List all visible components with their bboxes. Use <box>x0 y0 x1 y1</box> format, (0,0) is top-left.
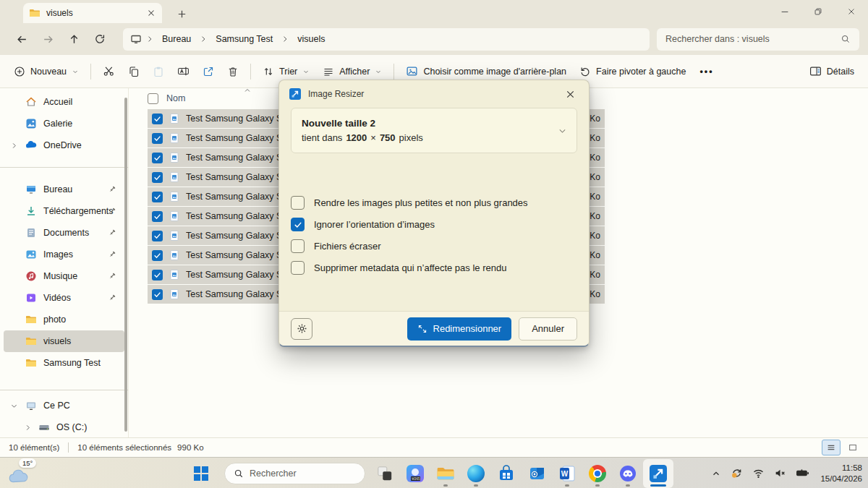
taskbar-discord-icon[interactable] <box>613 459 643 488</box>
chevron-down-icon[interactable] <box>10 402 18 410</box>
taskbar-copilot-icon[interactable]: M365 <box>400 459 430 488</box>
folder-icon <box>29 7 41 19</box>
minimize-button[interactable] <box>768 0 801 23</box>
taskbar-image-resizer-icon[interactable] <box>643 459 673 488</box>
option-row[interactable]: Fichiers écraser <box>291 239 577 254</box>
volume-muted-icon[interactable] <box>773 466 788 481</box>
battery-icon[interactable] <box>794 466 811 481</box>
back-button[interactable] <box>9 27 35 51</box>
details-pane-button[interactable]: Détails <box>803 60 861 82</box>
sidebar-item-label: Samsung Test <box>43 358 101 368</box>
sidebar-item-samsung-test[interactable]: Samsung Test <box>4 352 124 374</box>
restore-button[interactable] <box>801 0 835 23</box>
sidebar-item-videos[interactable]: Vidéos <box>4 287 124 309</box>
sidebar-item-os-c[interactable]: OS (C:) <box>4 416 124 438</box>
cancel-button[interactable]: Annuler <box>519 317 577 341</box>
sidebar-item-bureau[interactable]: Bureau <box>4 179 124 200</box>
row-checkbox-checked[interactable] <box>152 250 163 261</box>
resize-button[interactable]: Redimensionner <box>407 317 512 341</box>
details-view-button[interactable] <box>822 440 841 455</box>
taskbar-store-icon[interactable] <box>491 459 522 488</box>
copy-button[interactable] <box>122 61 146 82</box>
explorer-search-input[interactable]: Rechercher dans : visuels <box>657 28 859 51</box>
row-checkbox-checked[interactable] <box>152 153 163 163</box>
breadcrumb-item-bureau[interactable]: Bureau <box>158 32 195 46</box>
up-button[interactable] <box>61 27 87 51</box>
wifi-icon[interactable] <box>751 466 766 481</box>
forward-button[interactable] <box>35 27 61 51</box>
option-row[interactable]: Supprimer metadata qui n’affecte pas le … <box>291 260 577 275</box>
weather-widget[interactable]: 15° <box>7 460 39 486</box>
sidebar-scrollbar[interactable] <box>124 98 127 432</box>
monitor-icon[interactable] <box>130 33 142 45</box>
row-checkbox-checked[interactable] <box>152 289 163 300</box>
row-checkbox-checked[interactable] <box>152 231 163 241</box>
sidebar-item-ce-pc[interactable]: Ce PC <box>4 395 124 416</box>
cut-button[interactable] <box>96 60 122 82</box>
taskbar-outlook-icon[interactable] <box>522 459 552 488</box>
task-view-button[interactable] <box>370 459 400 488</box>
explorer-tab[interactable]: visuels <box>23 3 162 23</box>
taskbar-clock[interactable]: 11:58 15/04/2026 <box>817 463 862 484</box>
option-row[interactable]: Ignorer l’orientation d’images <box>291 217 577 232</box>
large-icons-view-button[interactable] <box>843 440 862 455</box>
chevron-down-icon[interactable] <box>558 126 567 135</box>
view-button[interactable]: Afficher <box>316 61 388 82</box>
sidebar-item-photo[interactable]: photo <box>4 309 124 330</box>
file-size-unit: Ko <box>590 231 600 241</box>
refresh-button[interactable] <box>87 27 113 51</box>
row-checkbox-checked[interactable] <box>152 114 163 124</box>
column-header-nom[interactable]: Nom <box>166 93 185 103</box>
taskbar-chrome-icon[interactable] <box>582 459 613 488</box>
select-all-checkbox[interactable] <box>148 93 158 104</box>
more-options-button[interactable]: ••• <box>692 61 720 82</box>
start-button[interactable] <box>187 459 216 488</box>
row-checkbox-checked[interactable] <box>152 211 163 222</box>
sidebar-item-onedrive[interactable]: OneDrive <box>4 134 124 156</box>
taskbar-search-input[interactable]: Rechercher <box>224 463 365 484</box>
option-row[interactable]: Rendre les images plus petites et non pl… <box>291 195 577 210</box>
taskbar-word-icon[interactable]: W <box>552 459 582 488</box>
image-resizer-dialog: Image Resizer Nouvelle taille 2 tient da… <box>278 80 590 347</box>
sidebar-item-images[interactable]: Images <box>4 244 124 265</box>
option-checkbox[interactable] <box>291 196 305 210</box>
cancel-button-label: Annuler <box>532 323 564 334</box>
row-checkbox-checked[interactable] <box>152 133 163 144</box>
option-checkbox[interactable] <box>291 239 305 253</box>
breadcrumb-item-samsung-test[interactable]: Samsung Test <box>211 32 277 46</box>
taskbar-edge-icon[interactable] <box>461 459 491 488</box>
row-checkbox-checked[interactable] <box>152 192 163 202</box>
update-sync-icon[interactable] <box>729 466 744 481</box>
option-checkbox[interactable] <box>291 218 305 231</box>
row-checkbox-checked[interactable] <box>152 270 163 281</box>
dialog-footer: Redimensionner Annuler <box>279 311 589 346</box>
share-button[interactable] <box>196 61 221 82</box>
chevron-down-icon <box>72 68 79 75</box>
new-tab-button[interactable] <box>176 9 187 20</box>
breadcrumb-item-visuels[interactable]: visuels <box>293 32 329 46</box>
sidebar-item-visuels[interactable]: visuels <box>4 330 124 352</box>
sidebar-item-musique[interactable]: Musique <box>4 265 124 287</box>
taskbar-file-explorer-icon[interactable] <box>430 459 461 488</box>
rename-button[interactable] <box>171 60 196 82</box>
sidebar-item-galerie[interactable]: Galerie <box>4 113 124 134</box>
dialog-close-icon[interactable] <box>562 86 579 103</box>
settings-button[interactable] <box>291 318 312 340</box>
new-button[interactable]: Nouveau <box>7 61 85 82</box>
delete-button[interactable] <box>221 61 245 82</box>
chevron-right-icon[interactable] <box>10 142 18 150</box>
tab-close-icon[interactable] <box>146 8 156 18</box>
rotate-left-button[interactable]: Faire pivoter à gauche <box>573 61 692 82</box>
chevron-right-icon[interactable] <box>24 424 32 432</box>
close-button[interactable] <box>835 0 868 23</box>
option-checkbox[interactable] <box>291 261 305 275</box>
sidebar-item-telechargements[interactable]: Téléchargements <box>4 200 124 222</box>
sidebar-item-accueil[interactable]: Accueil <box>4 91 124 113</box>
image-file-icon <box>169 269 180 281</box>
row-checkbox-checked[interactable] <box>152 172 163 183</box>
paste-button[interactable] <box>146 61 171 82</box>
sort-button[interactable]: Trier <box>256 61 316 82</box>
hidden-icons-chevron[interactable] <box>710 467 723 480</box>
size-preset-dropdown[interactable]: Nouvelle taille 2 tient dans 1200 × 750 … <box>291 108 577 153</box>
sidebar-item-documents[interactable]: Documents <box>4 222 124 244</box>
